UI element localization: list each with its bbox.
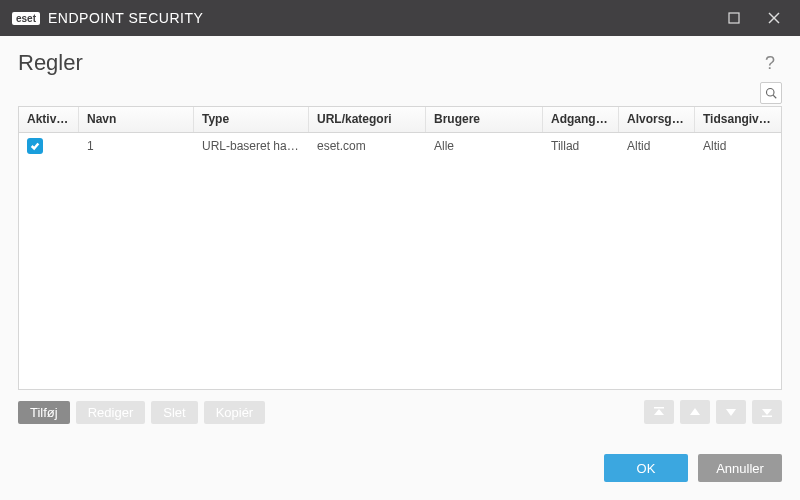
cell-time: Altid — [695, 135, 781, 157]
col-header-name[interactable]: Navn — [79, 107, 194, 132]
svg-marker-6 — [654, 409, 664, 415]
edit-button[interactable]: Rediger — [76, 401, 146, 424]
cell-url: eset.com — [309, 135, 426, 157]
svg-rect-0 — [729, 13, 739, 23]
table-row[interactable]: 1 URL-baseret handli... eset.com Alle Ti… — [19, 133, 781, 159]
col-header-type[interactable]: Type — [194, 107, 309, 132]
dialog-footer: OK Annuller — [18, 454, 782, 482]
cell-severity: Altid — [619, 135, 695, 157]
window-close-button[interactable] — [754, 0, 794, 36]
cell-users: Alle — [426, 135, 543, 157]
chevron-bottom-icon — [761, 406, 773, 418]
action-bar: Tilføj Rediger Slet Kopiér — [18, 400, 782, 424]
brand-text: ENDPOINT SECURITY — [48, 10, 203, 26]
cancel-button[interactable]: Annuller — [698, 454, 782, 482]
brand: eset ENDPOINT SECURITY — [12, 10, 203, 26]
enabled-checkbox[interactable] — [27, 138, 43, 154]
window-maximize-button[interactable] — [714, 0, 754, 36]
eset-logo: eset — [12, 12, 40, 25]
table-header: Aktiver... Navn Type URL/kategori Bruger… — [19, 107, 781, 133]
move-top-button[interactable] — [644, 400, 674, 424]
col-header-access[interactable]: Adgangsre... — [543, 107, 619, 132]
content-area: Regler ? Aktiver... Navn Type URL/katego… — [0, 36, 800, 500]
chevron-down-icon — [725, 406, 737, 418]
svg-marker-7 — [690, 408, 700, 415]
page-title: Regler — [18, 50, 758, 76]
col-header-url[interactable]: URL/kategori — [309, 107, 426, 132]
move-up-button[interactable] — [680, 400, 710, 424]
cell-type: URL-baseret handli... — [194, 135, 309, 157]
col-header-enabled[interactable]: Aktiver... — [19, 107, 79, 132]
move-bottom-button[interactable] — [752, 400, 782, 424]
table-body: 1 URL-baseret handli... eset.com Alle Ti… — [19, 133, 781, 389]
col-header-time[interactable]: Tidsangive... — [695, 107, 781, 132]
add-button[interactable]: Tilføj — [18, 401, 70, 424]
chevron-top-icon — [653, 406, 665, 418]
titlebar: eset ENDPOINT SECURITY — [0, 0, 800, 36]
svg-marker-9 — [762, 409, 772, 415]
copy-button[interactable]: Kopiér — [204, 401, 266, 424]
col-header-severity[interactable]: Alvorsgrad — [619, 107, 695, 132]
rules-table: Aktiver... Navn Type URL/kategori Bruger… — [18, 106, 782, 390]
help-button[interactable]: ? — [758, 53, 782, 74]
move-down-button[interactable] — [716, 400, 746, 424]
svg-point-3 — [767, 89, 775, 97]
chevron-up-icon — [689, 406, 701, 418]
cell-enabled — [19, 134, 79, 158]
search-button[interactable] — [760, 82, 782, 104]
svg-rect-5 — [654, 407, 664, 409]
svg-line-4 — [773, 95, 776, 98]
cell-name: 1 — [79, 135, 194, 157]
svg-rect-10 — [762, 416, 772, 418]
cell-access: Tillad — [543, 135, 619, 157]
delete-button[interactable]: Slet — [151, 401, 197, 424]
svg-marker-8 — [726, 409, 736, 416]
col-header-users[interactable]: Brugere — [426, 107, 543, 132]
ok-button[interactable]: OK — [604, 454, 688, 482]
